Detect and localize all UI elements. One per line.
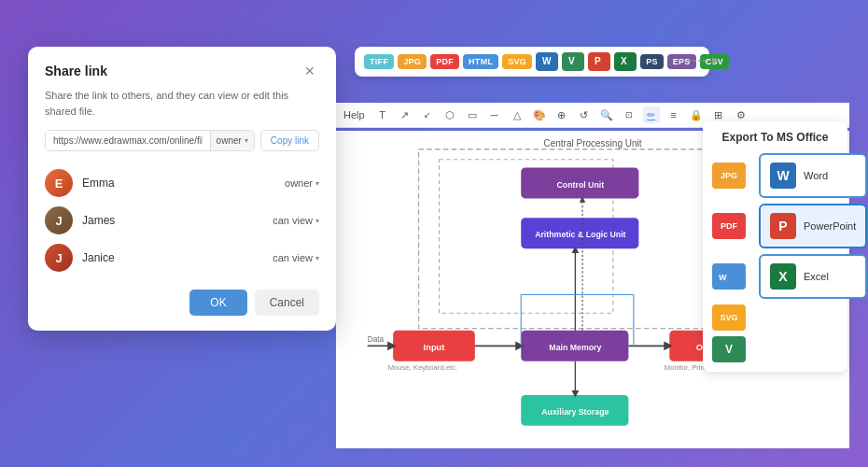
link-input-wrap: owner ▾ — [45, 130, 255, 151]
export-panel: Export To MS Office JPG W Word PDF P Pow… — [703, 121, 847, 372]
user-role-janice[interactable]: can view ▾ — [273, 252, 319, 263]
dialog-title: Share link — [45, 64, 107, 78]
user-name-emma: Emma — [82, 177, 275, 190]
svg-text:Auxiliary Storage: Auxiliary Storage — [541, 407, 609, 417]
link-role-dropdown[interactable]: owner ▾ — [210, 131, 254, 150]
pen-icon[interactable]: ✏ — [643, 106, 660, 123]
export-small-html[interactable]: W — [712, 263, 746, 290]
list-icon[interactable]: ≡ — [665, 106, 682, 123]
svg-text:V: V — [568, 56, 575, 66]
word-icon: W — [770, 163, 796, 189]
word-label: Word — [804, 170, 828, 181]
svg-text:Arithmetic & Logic Unit: Arithmetic & Logic Unit — [535, 230, 625, 239]
svg-rect-10 — [521, 218, 638, 248]
chevron-icon-janice: ▾ — [315, 254, 319, 262]
svg-rect-6 — [419, 149, 711, 329]
export-ppt-btn[interactable]: P PowerPoint — [759, 204, 867, 248]
role-label-james: can view — [273, 215, 313, 226]
fill-icon[interactable]: 🎨 — [531, 106, 548, 123]
corner-icon[interactable]: ↙ — [419, 106, 436, 123]
rotate-icon[interactable]: ↺ — [576, 106, 593, 123]
avatar-james: J — [45, 206, 73, 234]
user-row: J Janice can view ▾ — [45, 239, 319, 276]
avatar-img-james: J — [45, 206, 73, 234]
ppt-label: PowerPoint — [804, 220, 856, 232]
arrow-indicator — [684, 51, 717, 70]
user-name-james: James — [82, 214, 263, 227]
shape-icon[interactable]: ⬡ — [441, 106, 458, 123]
lock-icon[interactable]: 🔒 — [688, 106, 705, 123]
svg-text:Control Unit: Control Unit — [557, 180, 605, 190]
format-toolbar: TIFF JPG PDF HTML SVG W V P X PS EPS CSV — [355, 47, 709, 77]
crop-icon[interactable]: ⊡ — [621, 106, 637, 123]
fmt-html[interactable]: HTML — [463, 54, 498, 69]
help-label: Help — [343, 109, 365, 120]
svg-rect-12 — [393, 331, 475, 361]
connect-icon[interactable]: ⊕ — [553, 106, 570, 123]
avatar-img-janice: J — [45, 244, 73, 272]
dialog-header: Share link ✕ — [45, 62, 319, 80]
zoom-icon[interactable]: 🔍 — [598, 106, 615, 123]
fmt-tiff[interactable]: TIFF — [364, 54, 394, 69]
copy-link-button[interactable]: Copy link — [260, 130, 319, 151]
role-label-janice: can view — [273, 252, 313, 263]
ok-button[interactable]: OK — [189, 290, 246, 316]
fmt-jpg[interactable]: JPG — [398, 54, 427, 69]
fmt-vsd[interactable]: V — [562, 52, 584, 71]
svg-text:Input: Input — [424, 343, 445, 352]
svg-rect-8 — [521, 167, 638, 198]
svg-text:Main Memory: Main Memory — [549, 343, 601, 352]
export-small-svg[interactable]: SVG — [712, 304, 746, 331]
svg-text:P: P — [595, 56, 601, 66]
svg-text:Data: Data — [368, 335, 385, 344]
user-row: J James can view ▾ — [45, 202, 319, 239]
svg-rect-14 — [521, 331, 628, 361]
excel-icon: X — [770, 263, 796, 290]
svg-text:W: W — [542, 56, 552, 66]
link-role-label: owner — [217, 135, 242, 146]
link-row: owner ▾ Copy link — [45, 130, 319, 151]
fmt-ppt[interactable]: P — [588, 52, 610, 71]
avatar-img-emma: E — [45, 169, 73, 197]
line-icon[interactable]: ─ — [486, 106, 503, 123]
close-button[interactable]: ✕ — [301, 62, 319, 80]
user-name-janice: Janice — [82, 251, 263, 264]
export-small-jpg[interactable]: JPG — [712, 163, 746, 189]
fmt-pdf[interactable]: PDF — [430, 54, 459, 69]
link-input[interactable] — [46, 131, 210, 150]
user-role-james[interactable]: can view ▾ — [273, 215, 319, 226]
user-row: E Emma owner ▾ — [45, 164, 319, 202]
svg-rect-18 — [521, 395, 628, 426]
fmt-ps[interactable]: PS — [640, 54, 664, 69]
chevron-icon-emma: ▾ — [315, 179, 319, 188]
ppt-icon: P — [770, 213, 796, 239]
svg-text:X: X — [621, 56, 627, 66]
cancel-button[interactable]: Cancel — [255, 290, 319, 316]
user-role-emma[interactable]: owner ▾ — [285, 177, 319, 189]
role-label-emma: owner — [285, 177, 313, 189]
fmt-svg[interactable]: SVG — [502, 54, 532, 69]
export-small-v[interactable]: V — [712, 336, 746, 362]
svg-rect-7 — [439, 160, 612, 314]
arrow-icon[interactable]: ↗ — [397, 106, 413, 123]
fmt-xls[interactable]: X — [614, 52, 637, 71]
share-dialog: Share link ✕ Share the link to others, a… — [28, 47, 336, 331]
avatar-janice: J — [45, 244, 73, 272]
excel-label: Excel — [804, 271, 829, 282]
triangle-icon[interactable]: △ — [509, 106, 525, 123]
export-excel-btn[interactable]: X Excel — [759, 254, 867, 299]
chevron-down-icon: ▾ — [245, 136, 248, 145]
dialog-description: Share the link to others, and they can v… — [45, 88, 319, 119]
svg-text:W: W — [719, 273, 727, 282]
export-word-btn[interactable]: W Word — [759, 153, 867, 198]
rect-icon[interactable]: ▭ — [464, 106, 481, 123]
export-small-pdf[interactable]: PDF — [712, 213, 746, 239]
svg-text:Mouse, Keyboard,etc.: Mouse, Keyboard,etc. — [388, 363, 457, 372]
fmt-word[interactable]: W — [536, 52, 558, 71]
svg-marker-5 — [712, 57, 717, 64]
user-list: E Emma owner ▾ J James can view ▾ J Jani… — [45, 164, 319, 276]
chevron-icon-james: ▾ — [315, 217, 319, 225]
dialog-footer: OK Cancel — [45, 290, 319, 316]
text-icon[interactable]: T — [374, 106, 391, 123]
export-panel-title: Export To MS Office — [712, 131, 838, 144]
